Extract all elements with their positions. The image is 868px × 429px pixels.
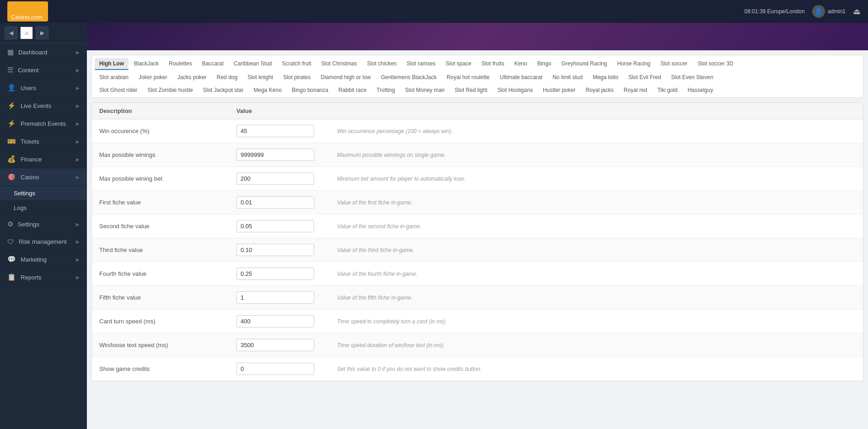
nav-home-button[interactable]: ⌂ bbox=[20, 27, 33, 39]
tab-hustler-poker[interactable]: Hustler poker bbox=[538, 85, 580, 96]
marketing-icon: 💬 bbox=[7, 255, 16, 263]
settings-header: Description Value bbox=[92, 103, 863, 119]
tabs-row-2: Slot arabianJoker pokerJacks pokerRed do… bbox=[95, 72, 860, 83]
sidebar-item-tickets[interactable]: 🎫 Tickets ▶ bbox=[0, 133, 87, 150]
tab-slot-soccer-3d[interactable]: Slot soccer 3D bbox=[693, 58, 738, 70]
tab-slot-space[interactable]: Slot space bbox=[441, 58, 476, 70]
logo: Flipper Casino.com bbox=[7, 1, 50, 21]
tab-mega-keno[interactable]: Mega Keno bbox=[249, 85, 286, 96]
sidebar-item-finance[interactable]: 💰 Finance ▶ bbox=[0, 150, 87, 168]
sidebar-item-users[interactable]: 👤 Users ▶ bbox=[0, 79, 87, 97]
main-content: High LowBlackJackRoulettesBaccaratCaribb… bbox=[87, 50, 868, 429]
arrow-icon: ▶ bbox=[76, 222, 80, 227]
arrow-icon: ▶ bbox=[76, 275, 80, 280]
tab-royal-red[interactable]: Royal red bbox=[619, 85, 652, 96]
tab-mega-lotto[interactable]: Mega lotto bbox=[588, 72, 623, 83]
sidebar-item-prematch-events[interactable]: ⚡ Prematch Events ▶ bbox=[0, 115, 87, 133]
tab-baccarat[interactable]: Baccarat bbox=[198, 58, 228, 70]
sidebar-item-risk-management[interactable]: 🛡 Risk management ▶ bbox=[0, 233, 87, 251]
setting-input-second-fiche-value[interactable] bbox=[236, 220, 314, 232]
tab-slot-evil-fred[interactable]: Slot Evil Fred bbox=[624, 72, 665, 83]
tab-royal-hot-roulette[interactable]: Royal hot roulette bbox=[442, 72, 494, 83]
arrow-icon: ▶ bbox=[76, 157, 80, 162]
sidebar-item-settings[interactable]: ⚙ Settings ▶ bbox=[0, 215, 87, 233]
tab-slot-soccer[interactable]: Slot soccer bbox=[656, 58, 692, 70]
setting-label-win-loose-text-speed: Win/loose text speed (ms) bbox=[99, 342, 236, 349]
tab-rabbit-race[interactable]: Rabbit race bbox=[334, 85, 371, 96]
sidebar-item-live-events[interactable]: ⚡ Live Events ▶ bbox=[0, 97, 87, 115]
tab-slot-christmas[interactable]: Slot Christmas bbox=[317, 58, 362, 70]
settings-row-third-fiche-value: Third fiche valueValue of the third fich… bbox=[92, 238, 863, 262]
setting-input-max-possible-wining-bet[interactable] bbox=[236, 172, 314, 185]
tab-trotting[interactable]: Trotting bbox=[372, 85, 399, 96]
setting-input-first-fiche-value[interactable] bbox=[236, 196, 314, 209]
tab-slot-red-light[interactable]: Slot Red light bbox=[450, 85, 492, 96]
tab-slot-money-man[interactable]: Slot Money man bbox=[401, 85, 450, 96]
tab-red-dog[interactable]: Red dog bbox=[212, 72, 242, 83]
tab-diamond-high-or-low[interactable]: Diamond high or low bbox=[316, 72, 375, 83]
setting-label-win-occurrence: Win occurence (%) bbox=[99, 128, 236, 134]
prematch-icon: ⚡ bbox=[7, 119, 16, 128]
tab-horse-racing[interactable]: Horse Racing bbox=[612, 58, 655, 70]
tabs-row-3: Slot Ghost riderSlot Zombie hustleSlot J… bbox=[95, 85, 860, 96]
tab-roulettes[interactable]: Roulettes bbox=[164, 58, 197, 70]
setting-input-fifth-fiche-value[interactable] bbox=[236, 291, 314, 304]
tab-royal-jacks[interactable]: Royal jacks bbox=[581, 85, 618, 96]
setting-input-max-possible-winnings[interactable] bbox=[236, 149, 314, 161]
tab-scratch-fruit[interactable]: Scratch fruit bbox=[277, 58, 316, 70]
tab-tiki-gold[interactable]: Tiki gold bbox=[653, 85, 682, 96]
tab-ultimate-baccarat[interactable]: Ultimate baccarat bbox=[495, 72, 547, 83]
sidebar-label-tickets: Tickets bbox=[21, 138, 39, 145]
nav-back-button[interactable]: ◀ bbox=[5, 27, 17, 39]
sidebar-item-casino[interactable]: 🎯 Casino ▶ bbox=[0, 168, 87, 186]
settings-row-show-game-credits: Show game creditsSet this value to 0 if … bbox=[92, 357, 863, 381]
setting-hint-third-fiche-value: Value of the third fiche in-game. bbox=[328, 247, 856, 253]
sidebar-item-content[interactable]: ☰ Content ▶ bbox=[0, 61, 87, 79]
setting-input-win-occurrence[interactable] bbox=[236, 125, 314, 137]
setting-hint-max-possible-winnings: Maximum possible winnings on single game… bbox=[328, 152, 856, 158]
tab-slot-fruits[interactable]: Slot fruits bbox=[477, 58, 509, 70]
tab-jacks-poker[interactable]: Jacks poker bbox=[173, 72, 211, 83]
sidebar-sub-item-logs[interactable]: Logs bbox=[0, 201, 87, 215]
setting-input-win-loose-text-speed[interactable] bbox=[236, 339, 314, 351]
user-info[interactable]: 👤 admin1 bbox=[812, 5, 846, 18]
tab-slot-zombie-hustle[interactable]: Slot Zombie hustle bbox=[143, 85, 197, 96]
tab-blackjack[interactable]: BlackJack bbox=[129, 58, 163, 70]
tab-keno[interactable]: Keno bbox=[510, 58, 532, 70]
tab-slot-pirates[interactable]: Slot pirates bbox=[279, 72, 315, 83]
tab-bingo[interactable]: Bingo bbox=[533, 58, 556, 70]
tab-high-low[interactable]: High Low bbox=[95, 58, 129, 70]
avatar: 👤 bbox=[812, 5, 825, 18]
tab-greyhound-racing[interactable]: Greyhound Racing bbox=[557, 58, 611, 70]
setting-input-card-turn-speed[interactable] bbox=[236, 315, 314, 327]
tab-slot-ramses[interactable]: Slot ramses bbox=[402, 58, 440, 70]
tab-bingo-bonanza[interactable]: Bingo bonanza bbox=[287, 85, 333, 96]
tab-slot-chicken[interactable]: Slot chicken bbox=[363, 58, 402, 70]
sidebar-sub-item-settings[interactable]: Settings bbox=[0, 186, 87, 201]
tab-slot-hooligans[interactable]: Slot Hooligans bbox=[493, 85, 537, 96]
logout-icon[interactable]: ⏏ bbox=[853, 6, 861, 16]
nav-forward-button[interactable]: ▶ bbox=[36, 27, 48, 39]
tab-slot-jackpot-star[interactable]: Slot Jackpot star bbox=[198, 85, 248, 96]
setting-input-show-game-credits[interactable] bbox=[236, 363, 314, 375]
setting-label-max-possible-wining-bet: Max possible wining bet bbox=[99, 175, 236, 182]
sidebar-item-marketing[interactable]: 💬 Marketing ▶ bbox=[0, 251, 87, 268]
sidebar-label-users: Users bbox=[21, 85, 36, 91]
setting-input-third-fiche-value[interactable] bbox=[236, 244, 314, 256]
tab-hasselguy[interactable]: Hasselguy bbox=[683, 85, 718, 96]
tab-slot-ghost-rider[interactable]: Slot Ghost rider bbox=[95, 85, 142, 96]
tab-gentlemens-blackjack[interactable]: Gentlemens BlackJack bbox=[376, 72, 441, 83]
tab-slot-even-steven[interactable]: Slot Even Steven bbox=[667, 72, 718, 83]
setting-hint-max-possible-wining-bet: Minimum bet amount for player to automat… bbox=[328, 176, 856, 182]
tab-slot-knight[interactable]: Slot knight bbox=[243, 72, 278, 83]
setting-input-fourth-fiche-value[interactable] bbox=[236, 268, 314, 280]
sidebar-item-dashboard[interactable]: ▦ Dashboard ▶ bbox=[0, 43, 87, 61]
settings-row-max-possible-winnings: Max possible winingsMaximum possible win… bbox=[92, 143, 863, 167]
sidebar-nav-top: ◀ ⌂ ▶ bbox=[0, 23, 87, 43]
tab-joker-poker[interactable]: Joker poker bbox=[134, 72, 172, 83]
sidebar-item-reports[interactable]: 📋 Reports ▶ bbox=[0, 268, 87, 286]
tab-caribbean-stud[interactable]: Caribbean Stud bbox=[229, 58, 276, 70]
settings-panel: Description Value Win occurence (%)Win o… bbox=[91, 102, 863, 381]
tab-slot-arabian[interactable]: Slot arabian bbox=[95, 72, 133, 83]
tab-no-limit-stud[interactable]: No limit stud bbox=[548, 72, 587, 83]
